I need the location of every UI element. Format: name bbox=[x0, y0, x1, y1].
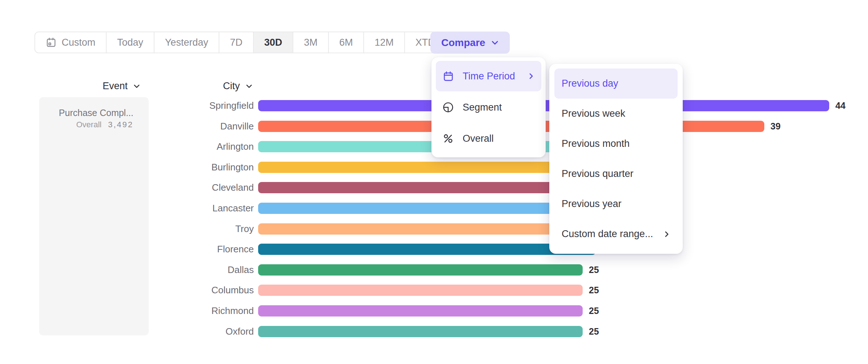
chart-row: Florence bbox=[152, 244, 596, 255]
segment-icon bbox=[442, 102, 454, 113]
city-label: Oxford bbox=[152, 326, 254, 337]
bar-florence[interactable] bbox=[258, 244, 596, 255]
menu-item-label: Custom date range... bbox=[562, 228, 653, 240]
date-range-3m[interactable]: 3M bbox=[293, 32, 329, 53]
chevron-down-icon bbox=[491, 39, 499, 47]
chevron-right-icon bbox=[528, 73, 535, 80]
time-period-option-previous-year[interactable]: Previous year bbox=[554, 189, 678, 219]
date-range-6m[interactable]: 6M bbox=[329, 32, 364, 53]
calendar-icon bbox=[46, 37, 57, 48]
date-range-label: 30D bbox=[264, 37, 282, 48]
time-period-submenu: Previous day Previous week Previous mont… bbox=[549, 64, 683, 254]
city-label: Arlington bbox=[152, 141, 254, 152]
time-period-option-custom-date-range[interactable]: Custom date range... bbox=[554, 219, 678, 249]
time-period-option-previous-week[interactable]: Previous week bbox=[554, 99, 678, 129]
city-label: Florence bbox=[152, 244, 254, 255]
date-range-label: 3M bbox=[304, 37, 318, 48]
percent-icon bbox=[442, 133, 454, 144]
bar-dallas[interactable] bbox=[258, 264, 583, 276]
menu-item-label: Overall bbox=[463, 133, 494, 144]
value-label: 44 bbox=[835, 100, 846, 111]
value-label: 25 bbox=[589, 326, 599, 337]
value-label: 25 bbox=[589, 306, 599, 316]
compare-button[interactable]: Compare bbox=[430, 32, 510, 54]
menu-item-label: Segment bbox=[463, 102, 502, 113]
menu-item-label: Previous day bbox=[562, 78, 618, 89]
compare-menu-item-overall[interactable]: Overall bbox=[436, 123, 541, 154]
menu-item-label: Previous week bbox=[562, 108, 625, 119]
compare-menu-item-segment[interactable]: Segment bbox=[436, 92, 541, 123]
date-range-12m[interactable]: 12M bbox=[364, 32, 405, 53]
menu-item-label: Previous quarter bbox=[562, 168, 633, 179]
menu-item-label: Previous month bbox=[562, 138, 630, 149]
compare-menu-item-time-period[interactable]: Time Period bbox=[436, 61, 541, 91]
bar-chart: Springfield 44 Danville 39 Arlington Bur… bbox=[0, 0, 868, 364]
date-range-custom[interactable]: Custom bbox=[35, 32, 107, 53]
value-label: 25 bbox=[589, 265, 599, 275]
date-range-7d[interactable]: 7D bbox=[219, 32, 254, 53]
bar-oxford[interactable] bbox=[258, 326, 583, 337]
city-label: Troy bbox=[152, 223, 254, 235]
calendar-icon bbox=[442, 70, 454, 82]
city-label: Springfield bbox=[152, 100, 254, 111]
value-label: 39 bbox=[770, 121, 781, 132]
chart-row: Richmond 25 bbox=[152, 305, 599, 317]
date-range-toolbar: Custom Today Yesterday 7D 30D bbox=[34, 32, 459, 53]
city-label: Burlington bbox=[152, 162, 254, 173]
bar-richmond[interactable] bbox=[258, 305, 583, 317]
city-label: Danville bbox=[152, 121, 254, 132]
chart-row: Columbus 25 bbox=[152, 285, 599, 296]
app-canvas: Custom Today Yesterday 7D 30D bbox=[0, 0, 868, 364]
city-label: Cleveland bbox=[152, 182, 254, 193]
date-range-label: Custom bbox=[62, 37, 95, 48]
city-label: Lancaster bbox=[152, 203, 254, 214]
compare-button-label: Compare bbox=[441, 37, 485, 49]
city-label: Columbus bbox=[152, 285, 254, 296]
date-range-label: Today bbox=[117, 37, 143, 48]
city-label: Richmond bbox=[152, 305, 254, 317]
menu-item-label: Time Period bbox=[463, 71, 515, 82]
date-range-label: Yesterday bbox=[165, 37, 208, 48]
chart-row: Oxford 25 bbox=[152, 326, 599, 337]
chart-row: Troy bbox=[152, 223, 609, 235]
date-range-label: 6M bbox=[339, 37, 353, 48]
compare-dropdown-menu: Time Period Segment Overall bbox=[431, 57, 546, 157]
chevron-right-icon bbox=[663, 231, 670, 238]
date-range-yesterday[interactable]: Yesterday bbox=[154, 32, 219, 53]
chart-row: Dallas 25 bbox=[152, 264, 599, 276]
bar-columbus[interactable] bbox=[258, 285, 583, 296]
time-period-option-previous-quarter[interactable]: Previous quarter bbox=[554, 159, 678, 189]
menu-item-label: Previous year bbox=[562, 198, 621, 210]
time-period-option-previous-month[interactable]: Previous month bbox=[554, 129, 678, 159]
date-range-30d[interactable]: 30D bbox=[254, 32, 294, 53]
time-period-option-previous-day[interactable]: Previous day bbox=[554, 69, 678, 99]
date-range-label: 7D bbox=[230, 37, 243, 48]
city-label: Dallas bbox=[152, 264, 254, 276]
value-label: 25 bbox=[589, 285, 599, 295]
date-range-today[interactable]: Today bbox=[107, 32, 154, 53]
date-range-label: 12M bbox=[375, 37, 394, 48]
